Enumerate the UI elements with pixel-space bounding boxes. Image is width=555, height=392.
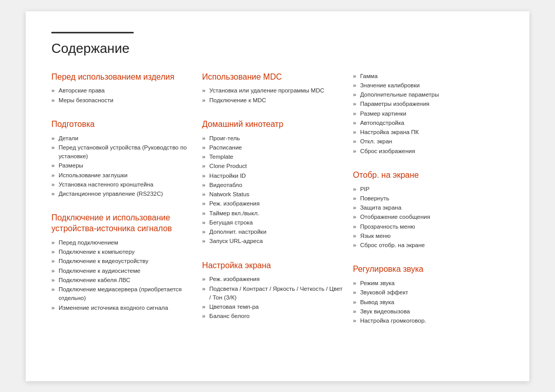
section-title-2-1: Отобр. на экране	[353, 170, 493, 181]
list-item: Дистанционное управление (RS232C)	[51, 190, 192, 198]
section-title-2-2: Регулировка звука	[353, 264, 493, 275]
list-item: Natwork Status	[202, 190, 342, 199]
list-item: Баланс белого	[202, 312, 342, 321]
list-item: Реж. изображения	[202, 199, 342, 208]
list-item: Отображение сообщения	[353, 213, 493, 221]
list-item: Параметры изображения	[353, 100, 493, 108]
columns: Перед использованием изделияАвторские пр…	[51, 72, 504, 340]
list-item: Режим звука	[353, 279, 493, 288]
section-items-1-1: Проиг-тельРасписаниеTemplateClone Produc…	[202, 134, 342, 246]
section-0-1: ПодготовкаДеталиПеред установкой устройс…	[51, 119, 192, 199]
list-item: Реж. изображения	[202, 275, 342, 284]
section-title-1-2: Настройка экрана	[202, 260, 342, 271]
list-item: Дополнит. настройки	[202, 228, 342, 236]
list-item: Язык меню	[353, 232, 493, 240]
list-item: Подключение к MDC	[202, 96, 342, 105]
list-item: Бегущая строка	[202, 218, 342, 227]
section-items-0-1: ДеталиПеред установкой устройства (Руков…	[51, 134, 192, 199]
list-item: Установка или удаление программы MDC	[202, 86, 342, 95]
section-2-1: Отобр. на экранеPIPПовернутьЗащита экран…	[353, 170, 493, 250]
section-1-1: Домашний кинотеатрПроиг-тельРасписаниеTe…	[202, 119, 342, 246]
section-2-0: ГаммаЗначение калибровкиДополнительные п…	[353, 72, 493, 156]
section-0-0: Перед использованием изделияАвторские пр…	[51, 72, 192, 105]
list-item: Повернуть	[353, 194, 493, 203]
list-item: Изменение источника входного сигнала	[51, 304, 192, 312]
list-item: Настройка экрана ПК	[353, 128, 493, 137]
section-title-0-2: Подключение и использование устройства-и…	[51, 213, 192, 234]
list-item: Подключение к компьютеру	[51, 248, 192, 256]
section-items-1-0: Установка или удаление программы MDCПодк…	[202, 86, 342, 105]
list-item: Размеры	[51, 161, 192, 170]
list-item: Запуск URL-адреса	[202, 237, 342, 246]
section-title-1-0: Использование MDC	[202, 72, 342, 83]
page: Содержание Перед использованием изделияА…	[26, 11, 529, 381]
list-item: Подсветка / Контраст / Яркость / Четкост…	[202, 285, 342, 303]
section-1-2: Настройка экранаРеж. изображенияПодсветк…	[202, 260, 342, 321]
section-items-2-2: Режим звукаЗвуковой эффектВывод звукаЗву…	[353, 279, 493, 325]
list-item: Подключение медиасервера (приобретается …	[51, 285, 192, 303]
list-item: Автоподстройка	[353, 119, 493, 127]
list-item: Значение калибровки	[353, 81, 493, 90]
top-border	[51, 32, 134, 33]
section-items-2-1: PIPПовернутьЗащита экранаОтображение соо…	[353, 185, 493, 250]
list-item: Сброс изображения	[353, 147, 493, 156]
list-item: Дополнительные параметры	[353, 90, 493, 99]
column-1: Использование MDCУстановка или удаление …	[202, 72, 353, 340]
list-item: Подключение к видеоустройству	[51, 257, 192, 266]
list-item: Clone Product	[202, 162, 342, 171]
list-item: Прозрачность меню	[353, 222, 493, 231]
list-item: Откл. экран	[353, 137, 493, 146]
list-item: Размер картинки	[353, 109, 493, 118]
list-item: Сброс отобр. на экране	[353, 241, 493, 250]
list-item: Видеотабло	[202, 181, 342, 190]
list-item: Подключение кабеля ЛВС	[51, 276, 192, 285]
list-item: Цветовая темп-ра	[202, 303, 342, 311]
list-item: Подключение к аудиосистеме	[51, 267, 192, 275]
section-title-1-1: Домашний кинотеатр	[202, 119, 342, 130]
section-title-0-0: Перед использованием изделия	[51, 72, 192, 83]
section-0-2: Подключение и использование устройства-и…	[51, 213, 192, 312]
section-title-0-1: Подготовка	[51, 119, 192, 130]
list-item: Перед установкой устройства (Руководство…	[51, 143, 192, 161]
list-item: PIP	[353, 185, 493, 194]
list-item: Template	[202, 153, 342, 161]
list-item: Настройка громкоговор.	[353, 316, 493, 325]
list-item: Расписание	[202, 143, 342, 152]
list-item: Защита экрана	[353, 203, 493, 212]
list-item: Меры безопасности	[51, 96, 192, 105]
list-item: Звуковой эффект	[353, 288, 493, 297]
list-item: Детали	[51, 134, 192, 143]
section-items-1-2: Реж. изображенияПодсветка / Контраст / Я…	[202, 275, 342, 321]
list-item: Установка настенного кронштейна	[51, 180, 192, 189]
list-item: Перед подключением	[51, 238, 192, 247]
section-items-0-0: Авторские праваМеры безопасности	[51, 86, 192, 105]
list-item: Гамма	[353, 72, 493, 81]
list-item: Использование заглушки	[51, 171, 192, 180]
list-item: Вывод звука	[353, 298, 493, 307]
section-items-0-2: Перед подключениемПодключение к компьюте…	[51, 238, 192, 312]
column-2: ГаммаЗначение калибровкиДополнительные п…	[353, 72, 504, 340]
page-title: Содержание	[51, 41, 504, 57]
list-item: Авторские права	[51, 86, 192, 95]
list-item: Таймер вкл./выкл.	[202, 209, 342, 218]
section-1-0: Использование MDCУстановка или удаление …	[202, 72, 342, 105]
list-item: Звук видеовызова	[353, 307, 493, 316]
list-item: Проиг-тель	[202, 134, 342, 143]
column-0: Перед использованием изделияАвторские пр…	[51, 72, 202, 340]
section-2-2: Регулировка звукаРежим звукаЗвуковой эфф…	[353, 264, 493, 325]
section-items-2-0: ГаммаЗначение калибровкиДополнительные п…	[353, 72, 493, 156]
list-item: Настройки ID	[202, 172, 342, 180]
